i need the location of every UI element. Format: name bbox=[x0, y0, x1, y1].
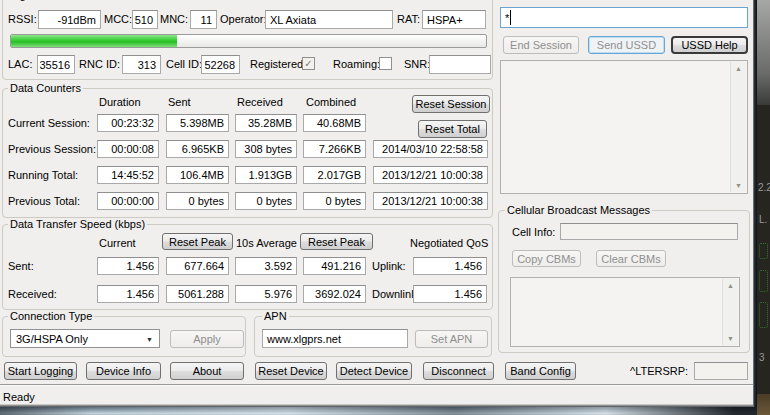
detect-device-button[interactable]: Detect Device bbox=[336, 362, 412, 380]
cell-duration: 00:23:32 bbox=[97, 114, 159, 132]
cell-received: 35.28MB bbox=[235, 114, 297, 132]
rnc-id-label: RNC ID: bbox=[79, 58, 120, 71]
received-current: 1.456 bbox=[97, 285, 159, 303]
background-led-graphic bbox=[759, 270, 768, 292]
cell-id-label: Cell ID: bbox=[166, 58, 202, 71]
apn-group-label: APN bbox=[262, 310, 289, 323]
device-info-button[interactable]: Device Info bbox=[86, 362, 161, 380]
scroll-up-icon[interactable]: ▲ bbox=[727, 282, 734, 289]
cell-combined: 0 bytes bbox=[303, 192, 366, 210]
background-text-fragment: L. bbox=[759, 214, 767, 225]
col-received: Received bbox=[237, 96, 283, 109]
roaming-checkbox[interactable] bbox=[379, 57, 392, 70]
band-config-button[interactable]: Band Config bbox=[505, 362, 576, 380]
cell-sent: 106.4MB bbox=[166, 166, 229, 184]
scroll-down-icon[interactable]: ▼ bbox=[727, 335, 734, 342]
background-desk-fragment bbox=[757, 394, 770, 415]
cbm-messages-area[interactable]: ▲ ▼ bbox=[510, 277, 740, 347]
received-average-peak: 3692.024 bbox=[303, 285, 366, 303]
registered-checkbox[interactable]: ✓ bbox=[302, 57, 315, 70]
set-apn-button[interactable]: Set APN bbox=[415, 330, 488, 348]
ltersrp-value bbox=[694, 362, 748, 380]
cell-combined: 40.68MB bbox=[303, 114, 366, 132]
desktop-background-strip: 2.2 L. 3 bbox=[757, 0, 770, 415]
reset-device-button[interactable]: Reset Device bbox=[255, 362, 327, 380]
cell-received: 308 bytes bbox=[235, 140, 297, 158]
taskbar-strip bbox=[0, 407, 757, 415]
cbm-group-label: Cellular Broadcast Messages bbox=[505, 204, 652, 217]
ussd-response-area[interactable]: ▲ ▼ bbox=[500, 60, 748, 194]
cell-timestamp: 2013/12/21 10:00:38 bbox=[373, 166, 488, 184]
operator-label: Operator: bbox=[220, 13, 266, 26]
registered-label: Registered: bbox=[250, 58, 306, 71]
cell-sent: 5.398MB bbox=[166, 114, 229, 132]
cell-combined: 7.266KB bbox=[303, 140, 366, 158]
cell-info-value bbox=[560, 223, 738, 240]
operator-value: XL Axiata bbox=[265, 10, 393, 29]
cell-id-value: 52268 bbox=[201, 55, 240, 74]
rat-value: HSPA+ bbox=[422, 10, 486, 29]
scroll-up-icon[interactable]: ▲ bbox=[735, 65, 742, 72]
col-combined: Combined bbox=[306, 96, 356, 109]
background-text-fragment: 2.2 bbox=[758, 182, 770, 193]
sent-average: 3.592 bbox=[235, 257, 297, 275]
cell-info-label: Cell Info: bbox=[512, 226, 555, 239]
scroll-down-icon[interactable]: ▼ bbox=[735, 182, 742, 189]
cell-sent: 0 bytes bbox=[166, 192, 229, 210]
cell-duration: 00:00:08 bbox=[97, 140, 159, 158]
col-current: Current bbox=[99, 237, 136, 250]
signal-strength-bar bbox=[10, 34, 487, 48]
disconnect-button[interactable]: Disconnect bbox=[423, 362, 494, 380]
col-negotiated-qos: Negotiated QoS bbox=[410, 237, 488, 250]
rat-label: RAT: bbox=[397, 13, 420, 26]
about-button[interactable]: About bbox=[170, 362, 244, 380]
mnc-value: 11 bbox=[190, 10, 217, 29]
dropdown-arrow-icon: ▼ bbox=[146, 336, 153, 343]
cell-combined: 2.017GB bbox=[303, 166, 366, 184]
ussd-command-label: USSD Command: bbox=[500, 0, 591, 2]
cbm-scrollbar[interactable]: ▲ ▼ bbox=[722, 279, 738, 345]
apply-button[interactable]: Apply bbox=[170, 330, 244, 348]
ussd-response-scrollbar[interactable]: ▲ ▼ bbox=[730, 62, 746, 192]
received-average: 5.976 bbox=[235, 285, 297, 303]
send-ussd-button[interactable]: Send USSD bbox=[588, 36, 665, 54]
clear-cbms-button[interactable]: Clear CBMs bbox=[596, 250, 666, 267]
ltersrp-label: ^LTERSRP: bbox=[630, 365, 688, 378]
rssi-label: RSSI: bbox=[8, 13, 37, 26]
col-duration: Duration bbox=[99, 96, 141, 109]
status-bar: Ready bbox=[0, 384, 753, 404]
data-counters-group-label: Data Counters bbox=[8, 82, 83, 95]
row-label: Previous Session: bbox=[8, 143, 96, 156]
reset-total-button[interactable]: Reset Total bbox=[418, 120, 487, 138]
reset-peak-average-button[interactable]: Reset Peak bbox=[300, 233, 373, 250]
mcc-label: MCC: bbox=[104, 13, 132, 26]
background-text-fragment: 3 bbox=[759, 352, 765, 363]
reset-session-button[interactable]: Reset Session bbox=[412, 95, 490, 113]
copy-cbms-button[interactable]: Copy CBMs bbox=[512, 250, 581, 267]
cell-received: 0 bytes bbox=[235, 192, 297, 210]
mnc-label: MNC: bbox=[160, 13, 188, 26]
ussd-help-button[interactable]: USSD Help bbox=[671, 36, 748, 54]
background-led-graphic bbox=[759, 243, 768, 259]
text-cursor bbox=[510, 10, 511, 25]
rnc-id-value: 313 bbox=[122, 55, 161, 74]
connection-type-dropdown[interactable]: 3G/HSPA Only ▼ bbox=[10, 329, 160, 348]
end-session-button[interactable]: End Session bbox=[503, 36, 579, 54]
ussd-command-input[interactable]: * bbox=[500, 7, 748, 28]
connection-type-group-label: Connection Type bbox=[8, 310, 94, 323]
apn-input[interactable]: www.xlgprs.net bbox=[262, 329, 408, 348]
background-led-graphic bbox=[759, 302, 768, 328]
downlink-qos: 1.456 bbox=[413, 285, 487, 303]
signal-group-label: Signal bbox=[8, 0, 43, 2]
received-row-label: Received: bbox=[8, 288, 57, 301]
background-window-fragment bbox=[757, 0, 770, 105]
cell-duration: 14:45:52 bbox=[97, 166, 159, 184]
lac-value: 35516 bbox=[37, 55, 75, 74]
col-10s-average: 10s Average bbox=[236, 237, 297, 250]
row-label: Running Total: bbox=[8, 169, 78, 182]
rssi-value: -91dBm bbox=[38, 10, 101, 29]
sent-row-label: Sent: bbox=[8, 260, 34, 273]
sent-average-peak: 491.216 bbox=[303, 257, 366, 275]
start-logging-button[interactable]: Start Logging bbox=[4, 362, 77, 380]
reset-peak-current-button[interactable]: Reset Peak bbox=[162, 233, 233, 250]
